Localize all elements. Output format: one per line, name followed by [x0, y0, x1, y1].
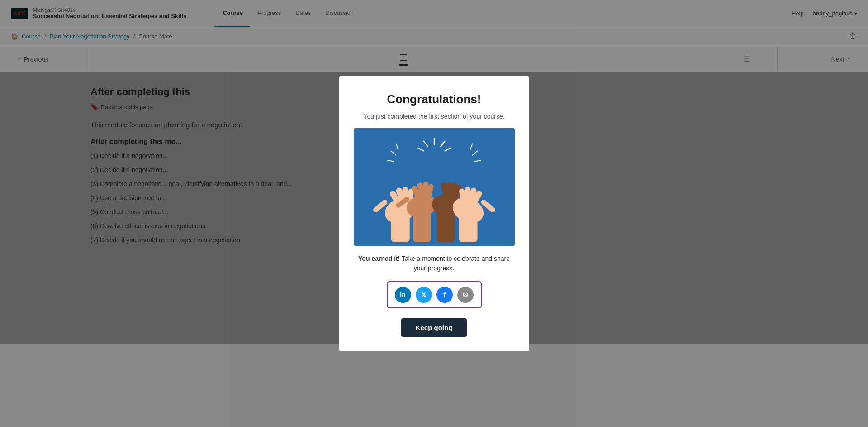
modal-overlay: Congratulations! You just completed the … [0, 0, 868, 344]
svg-rect-39 [459, 216, 477, 242]
modal-subtitle: You just completed the first section of … [354, 113, 515, 120]
svg-rect-18 [391, 216, 409, 242]
social-share-group: in 𝕏 f ✉ [387, 281, 482, 308]
earned-label: You earned it! [358, 255, 400, 262]
earned-description: Take a moment to celebrate and share you… [400, 255, 510, 272]
congratulations-modal: Congratulations! You just completed the … [339, 76, 529, 345]
hands-svg [354, 128, 515, 246]
keep-going-button[interactable]: Keep going [401, 318, 467, 337]
svg-rect-0 [354, 132, 515, 242]
celebration-image [354, 128, 515, 246]
email-share-button[interactable]: ✉ [457, 287, 474, 303]
modal-earned-text: You earned it! Take a moment to celebrat… [354, 254, 515, 273]
modal-title: Congratulations! [354, 92, 515, 106]
svg-rect-32 [436, 211, 454, 242]
twitter-share-button[interactable]: 𝕏 [416, 287, 432, 303]
svg-rect-25 [413, 211, 431, 242]
facebook-share-button[interactable]: f [436, 287, 453, 303]
linkedin-share-button[interactable]: in [395, 287, 411, 303]
